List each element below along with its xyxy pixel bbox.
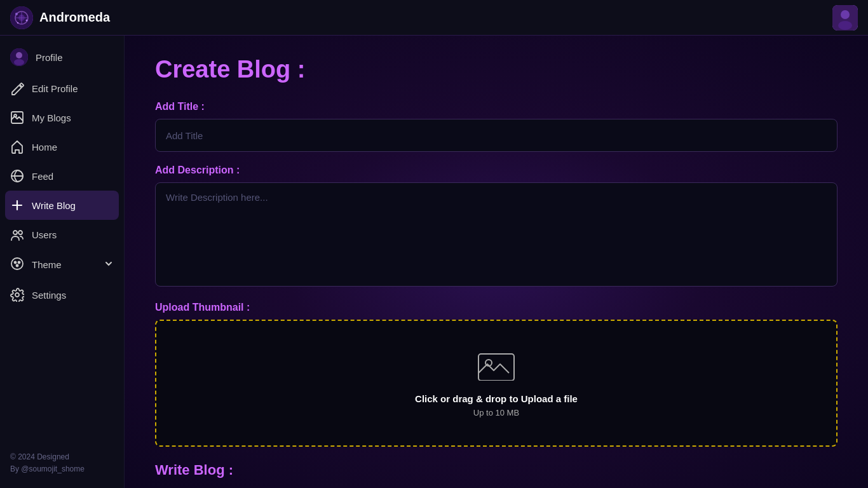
designer-text: By @soumojit_shome bbox=[10, 463, 114, 475]
sidebar-item-theme[interactable]: Theme bbox=[0, 249, 124, 280]
sidebar-item-feed[interactable]: Feed bbox=[0, 161, 124, 191]
sidebar-item-my-blogs[interactable]: My Blogs bbox=[0, 103, 124, 132]
app-title: Andromeda bbox=[39, 10, 110, 25]
home-icon bbox=[10, 140, 24, 154]
upload-section: Upload Thumbnail : Click or drag & drop … bbox=[155, 302, 837, 447]
upload-label: Upload Thumbnail : bbox=[155, 302, 837, 313]
svg-point-20 bbox=[18, 231, 22, 234]
sidebar-feed-label: Feed bbox=[32, 171, 53, 182]
svg-point-22 bbox=[15, 262, 17, 264]
svg-point-19 bbox=[13, 231, 17, 234]
page-title: Create Blog : bbox=[155, 56, 837, 83]
sidebar-footer: © 2024 Designed By @soumojit_shome bbox=[0, 444, 124, 483]
svg-point-24 bbox=[17, 265, 18, 267]
app-logo-avatar bbox=[10, 6, 33, 29]
sidebar-item-settings[interactable]: Settings bbox=[0, 280, 124, 309]
svg-point-5 bbox=[15, 13, 18, 15]
sidebar-item-edit-profile[interactable]: Edit Profile bbox=[0, 74, 124, 103]
image-icon bbox=[10, 111, 24, 125]
upload-main-text: Click or drag & drop to Upload a file bbox=[415, 393, 578, 404]
theme-left: Theme bbox=[10, 257, 62, 273]
svg-point-9 bbox=[841, 10, 850, 19]
sidebar-write-blog-label: Write Blog bbox=[32, 200, 76, 211]
sidebar-item-write-blog[interactable]: Write Blog bbox=[5, 191, 119, 220]
upload-drop-zone[interactable]: Click or drag & drop to Upload a file Up… bbox=[155, 320, 837, 447]
sidebar-item-profile[interactable]: Profile bbox=[0, 41, 124, 74]
sidebar-users-label: Users bbox=[32, 229, 57, 240]
feed-icon bbox=[10, 169, 24, 183]
header-left: Andromeda bbox=[10, 6, 110, 29]
upload-image-icon bbox=[477, 349, 515, 383]
svg-point-10 bbox=[838, 21, 852, 30]
sidebar-home-label: Home bbox=[32, 142, 57, 152]
app-header: Andromeda bbox=[0, 0, 868, 36]
svg-point-6 bbox=[26, 19, 28, 21]
gear-icon bbox=[10, 288, 24, 302]
sidebar: Profile Edit Profile My Blogs bbox=[0, 36, 125, 488]
copyright-text: © 2024 Designed bbox=[10, 451, 114, 463]
sidebar-item-users[interactable]: Users bbox=[0, 220, 124, 249]
sidebar-settings-label: Settings bbox=[32, 290, 66, 301]
svg-point-25 bbox=[15, 293, 19, 297]
main-content: Create Blog : Add Title : Add Descriptio… bbox=[125, 36, 868, 488]
sidebar-edit-profile-label: Edit Profile bbox=[32, 83, 78, 94]
edit-icon bbox=[10, 81, 24, 95]
svg-point-21 bbox=[11, 258, 23, 269]
sidebar-profile-avatar bbox=[10, 48, 28, 66]
title-section: Add Title : bbox=[155, 101, 837, 152]
chevron-down-icon bbox=[104, 259, 114, 271]
user-avatar-header[interactable] bbox=[832, 5, 858, 30]
title-input[interactable] bbox=[155, 119, 837, 152]
plus-icon bbox=[10, 198, 24, 212]
svg-point-12 bbox=[16, 52, 22, 58]
sidebar-theme-label: Theme bbox=[32, 259, 62, 270]
svg-point-23 bbox=[18, 262, 20, 264]
upload-sub-text: Up to 10 MB bbox=[473, 408, 519, 417]
title-label: Add Title : bbox=[155, 101, 837, 112]
description-label: Add Description : bbox=[155, 165, 837, 176]
palette-icon bbox=[10, 257, 24, 273]
svg-point-13 bbox=[14, 59, 24, 65]
sidebar-my-blogs-label: My Blogs bbox=[32, 112, 71, 123]
main-layout: Profile Edit Profile My Blogs bbox=[0, 36, 868, 488]
sidebar-item-home[interactable]: Home bbox=[0, 132, 124, 161]
users-icon bbox=[10, 227, 24, 241]
description-textarea[interactable] bbox=[155, 182, 837, 287]
sidebar-profile-label: Profile bbox=[36, 52, 63, 63]
svg-point-7 bbox=[17, 22, 18, 24]
description-section: Add Description : bbox=[155, 165, 837, 289]
write-blog-label: Write Blog : bbox=[155, 462, 837, 478]
